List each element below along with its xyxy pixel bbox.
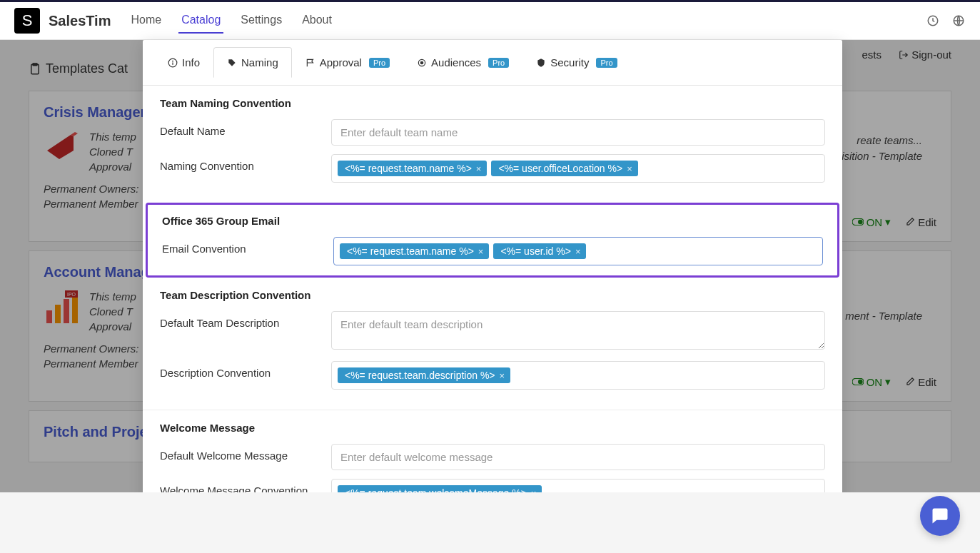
- pro-badge: Pro: [596, 58, 617, 68]
- info-icon: [168, 58, 178, 68]
- desc-conv-label: Description Convention: [160, 361, 331, 379]
- svg-point-17: [420, 61, 423, 64]
- naming-modal: Info Naming Approval Pro Audiences Pro S…: [143, 40, 842, 492]
- pro-badge: Pro: [488, 58, 509, 68]
- svg-point-14: [172, 60, 173, 61]
- shield-icon: [536, 58, 546, 68]
- nav-home[interactable]: Home: [128, 8, 164, 34]
- default-name-label: Default Name: [160, 119, 331, 137]
- tag[interactable]: <%= user.officeLocation %>×: [491, 161, 637, 176]
- nav-about[interactable]: About: [299, 8, 335, 34]
- tag[interactable]: <%= request.team.description %>×: [338, 367, 510, 383]
- tag-icon: [227, 58, 237, 68]
- main-nav: Home Catalog Settings About: [128, 8, 334, 34]
- main-header: S SalesTim Home Catalog Settings About: [0, 2, 980, 40]
- welcome-conv-input[interactable]: <%= request.team.welcomeMessage %>×: [331, 479, 825, 492]
- tag-remove-icon[interactable]: ×: [627, 163, 632, 174]
- modal-tabs: Info Naming Approval Pro Audiences Pro S…: [143, 40, 842, 85]
- tag-remove-icon[interactable]: ×: [531, 488, 537, 493]
- email-conv-input[interactable]: <%= request.team.name %>× <%= user.id %>…: [333, 237, 823, 265]
- nav-catalog[interactable]: Catalog: [178, 8, 223, 34]
- brand-logo: S: [14, 8, 40, 34]
- email-section: Office 365 Group Email Email Convention …: [146, 203, 839, 278]
- default-welcome-label: Default Welcome Message: [160, 444, 331, 462]
- desc-conv-input[interactable]: <%= request.team.description %>×: [331, 361, 825, 390]
- tab-info[interactable]: Info: [154, 47, 213, 78]
- tab-security[interactable]: Security Pro: [522, 47, 630, 78]
- target-icon: [417, 58, 427, 68]
- tag-remove-icon[interactable]: ×: [500, 370, 505, 381]
- default-welcome-input[interactable]: [331, 444, 825, 470]
- tag[interactable]: <%= request.team.name %>×: [338, 161, 487, 176]
- history-icon[interactable]: [926, 14, 940, 28]
- globe-icon[interactable]: [951, 14, 966, 28]
- pro-badge: Pro: [369, 58, 390, 68]
- default-desc-label: Default Team Description: [160, 311, 331, 329]
- tag[interactable]: <%= request.team.name %>×: [340, 243, 489, 259]
- naming-conv-input[interactable]: <%= request.team.name %>× <%= user.offic…: [331, 154, 825, 183]
- welcome-conv-label: Welcome Message Convention: [160, 479, 331, 492]
- brand-name: SalesTim: [49, 13, 111, 29]
- flag-icon: [305, 58, 315, 68]
- welcome-section: Welcome Message Default Welcome Message …: [143, 410, 842, 492]
- nav-settings[interactable]: Settings: [238, 8, 285, 34]
- tab-approval[interactable]: Approval Pro: [292, 47, 403, 78]
- team-naming-section: Team Naming Convention Default Name Nami…: [143, 86, 842, 203]
- naming-conv-label: Naming Convention: [160, 154, 331, 172]
- default-desc-input[interactable]: [331, 311, 825, 350]
- tag[interactable]: <%= user.id %>×: [493, 243, 586, 259]
- tag[interactable]: <%= request.team.welcomeMessage %>×: [338, 485, 542, 492]
- tag-remove-icon[interactable]: ×: [476, 163, 482, 174]
- tag-remove-icon[interactable]: ×: [575, 246, 581, 257]
- tab-audiences[interactable]: Audiences Pro: [403, 47, 522, 78]
- svg-rect-15: [172, 62, 173, 65]
- tab-naming[interactable]: Naming: [213, 47, 292, 78]
- email-conv-label: Email Convention: [162, 237, 333, 255]
- tag-remove-icon[interactable]: ×: [478, 246, 484, 257]
- default-name-input[interactable]: [331, 119, 825, 146]
- desc-section: Team Description Convention Default Team…: [143, 278, 842, 410]
